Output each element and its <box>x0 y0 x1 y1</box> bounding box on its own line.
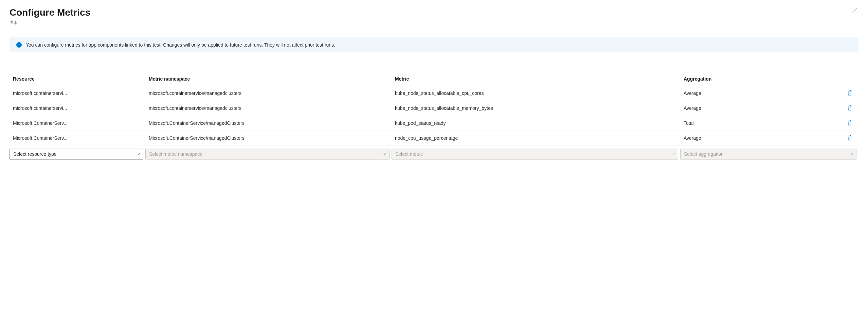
column-header-metric: Metric <box>392 72 680 86</box>
cell-namespace: Microsoft.ContainerService/managedCluste… <box>145 131 392 146</box>
close-button[interactable] <box>850 7 858 16</box>
cell-metric: kube_pod_status_ready <box>392 116 680 131</box>
chevron-down-icon <box>136 152 140 156</box>
cell-resource: Microsoft.ContainerServ... <box>10 131 145 146</box>
cell-namespace: microsoft.containerservice/managedcluste… <box>145 86 392 101</box>
column-header-action <box>808 72 858 86</box>
cell-metric: kube_node_status_allocatable_cpu_cores <box>392 86 680 101</box>
page-subtitle: http <box>10 19 90 24</box>
delete-button[interactable] <box>847 105 852 112</box>
column-header-aggregation: Aggregation <box>680 72 808 86</box>
cell-resource: microsoft.containerservi... <box>10 86 145 101</box>
page-title: Configure Metrics <box>10 7 90 18</box>
aggregation-select: Select aggregation <box>680 149 856 160</box>
aggregation-select-label: Select aggregation <box>684 151 724 157</box>
metric-select-label: Select metric <box>395 151 423 157</box>
delete-button[interactable] <box>847 135 852 142</box>
cell-metric: kube_node_status_allocatable_memory_byte… <box>392 101 680 116</box>
resource-type-select[interactable]: Select resource type <box>10 149 143 160</box>
cell-aggregation: Average <box>680 86 808 101</box>
cell-namespace: Microsoft.ContainerService/managedCluste… <box>145 116 392 131</box>
trash-icon <box>847 120 852 127</box>
trash-icon <box>847 135 852 142</box>
delete-button[interactable] <box>847 120 852 127</box>
cell-namespace: microsoft.containerservice/managedcluste… <box>145 101 392 116</box>
resource-type-select-label: Select resource type <box>13 151 57 157</box>
delete-button[interactable] <box>847 90 852 97</box>
table-row: microsoft.containerservi...microsoft.con… <box>10 101 858 116</box>
column-header-resource: Resource <box>10 72 145 86</box>
metrics-table: Resource Metric namespace Metric Aggrega… <box>10 72 858 162</box>
trash-icon <box>847 90 852 97</box>
cell-aggregation: Average <box>680 101 808 116</box>
cell-resource: Microsoft.ContainerServ... <box>10 116 145 131</box>
info-banner: i You can configure metrics for app comp… <box>10 37 858 52</box>
trash-icon <box>847 105 852 112</box>
chevron-down-icon <box>671 152 675 156</box>
table-row: Microsoft.ContainerServ...Microsoft.Cont… <box>10 116 858 131</box>
metric-namespace-select: Select metric namespace <box>145 149 390 160</box>
cell-metric: node_cpu_usage_percentage <box>392 131 680 146</box>
table-row: microsoft.containerservi...microsoft.con… <box>10 86 858 101</box>
info-banner-text: You can configure metrics for app compon… <box>26 42 335 48</box>
chevron-down-icon <box>382 152 386 156</box>
column-header-namespace: Metric namespace <box>145 72 392 86</box>
metric-select: Select metric <box>392 149 678 160</box>
table-row: Microsoft.ContainerServ...Microsoft.Cont… <box>10 131 858 146</box>
cell-aggregation: Total <box>680 116 808 131</box>
close-icon <box>852 8 857 15</box>
cell-resource: microsoft.containerservi... <box>10 101 145 116</box>
chevron-down-icon <box>849 152 853 156</box>
info-icon: i <box>16 42 22 48</box>
metric-namespace-select-label: Select metric namespace <box>149 151 202 157</box>
cell-aggregation: Average <box>680 131 808 146</box>
